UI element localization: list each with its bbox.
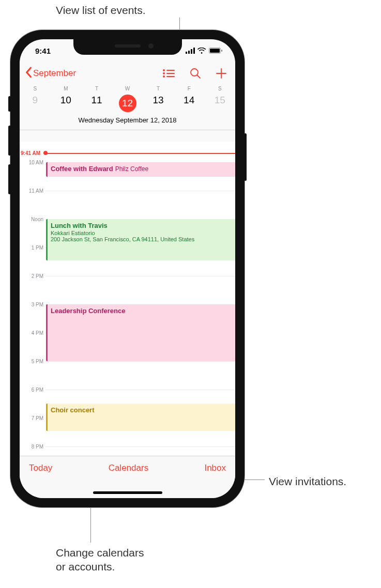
hour-label: 3 PM [32,302,43,307]
callout-inbox-text: View invitations. [269,474,346,488]
hour-label: 5 PM [32,359,43,364]
hour-line [45,191,235,191]
day-cell[interactable]: 15 [204,91,235,114]
home-indicator[interactable] [93,491,162,494]
day-cell[interactable]: 9 [20,91,51,114]
inbox-button[interactable]: Inbox [204,463,226,473]
svg-point-11 [163,75,165,78]
dow-label: T [81,85,112,91]
day-number: 15 [215,95,225,105]
svg-rect-3 [193,48,195,54]
svg-point-9 [163,72,165,74]
hour-label: 10 AM [29,160,43,165]
day-number: 14 [184,95,194,105]
event-title: Leadership Conference [51,307,126,315]
hour-gutter: 10 AM11 AMNoon1 PM2 PM3 PM4 PM5 PM6 PM7 … [20,142,45,456]
volume-up-button [8,126,11,156]
day-number: 11 [91,95,102,105]
svg-rect-8 [166,70,175,71]
calendars-button[interactable]: Calendars [109,463,149,473]
day-number: 10 [60,95,71,105]
event-title: Coffee with Edward [51,165,113,173]
week-days-row: 9 10 11 12 13 14 15 [20,91,235,114]
svg-rect-2 [191,49,192,54]
svg-rect-12 [166,76,175,77]
hour-label: Noon [31,216,43,222]
now-line [45,153,235,154]
event-address: 200 Jackson St, San Francisco, CA 94111,… [51,236,232,242]
list-icon [163,69,175,78]
hour-label: 4 PM [32,330,43,336]
hour-line [45,276,235,276]
calendar-event[interactable]: Leadership Conference [46,304,235,361]
day-cell[interactable]: 13 [143,91,174,114]
callout-list-text: View list of events. [56,3,146,17]
svg-rect-5 [210,49,220,53]
hour-label: 7 PM [32,415,43,421]
day-timeline[interactable]: 10 AM11 AMNoon1 PM2 PM3 PM4 PM5 PM6 PM7 … [20,142,235,456]
date-label: Wednesday September 12, 2018 [20,114,235,128]
svg-rect-0 [186,52,187,54]
hour-line [45,361,235,362]
hour-label: 1 PM [32,245,43,251]
calendar-event[interactable]: Lunch with TravisKokkari Estiatorio200 J… [46,219,235,260]
dow-label: T [143,85,174,91]
hour-label: 6 PM [32,387,43,393]
event-location: Philz Coffee [115,165,148,173]
day-cell[interactable]: 10 [51,91,82,114]
svg-rect-6 [221,50,222,52]
week-strip: S M T W T F S 9 10 11 12 13 14 15 Wednes… [20,85,235,130]
callout-calendars-text: Change calendars or accounts. [56,546,144,574]
now-time-label: 9:41 AM [21,150,40,156]
dow-label: F [174,85,205,91]
search-button[interactable] [190,68,201,79]
wifi-icon [197,47,206,55]
event-title: Choir concert [51,406,95,414]
hour-line [45,390,235,390]
bottom-toolbar: Today Calendars Inbox [20,456,235,498]
day-number: 13 [153,95,164,105]
search-icon [190,68,201,79]
today-button[interactable]: Today [29,463,52,473]
chevron-left-icon [25,67,32,81]
mute-switch [8,96,11,112]
svg-point-7 [163,69,165,71]
hour-line [45,446,235,447]
dow-label: S [204,85,235,91]
hour-label: 8 PM [32,444,43,450]
plus-icon [216,68,227,79]
calendar-event[interactable]: Coffee with EdwardPhilz Coffee [46,162,235,177]
hour-label: 2 PM [32,273,43,279]
day-number: 9 [33,95,38,105]
now-dot [43,151,48,155]
battery-icon [209,47,223,55]
cellular-icon [186,47,195,55]
dow-label: W [112,85,143,91]
event-subtitle: Kokkari Estiatorio [51,230,232,236]
dow-label: S [20,85,51,91]
status-time: 9:41 [32,47,51,55]
volume-down-button [8,164,11,194]
svg-rect-1 [188,51,190,54]
phone-body: 9:41 September [10,30,245,507]
hour-label: 11 AM [29,188,43,194]
svg-line-14 [197,75,201,79]
screen: 9:41 September [20,39,235,498]
day-cell-selected[interactable]: 12 [112,91,143,114]
back-button[interactable]: September [25,67,76,81]
day-cell[interactable]: 11 [81,91,112,114]
svg-rect-10 [166,73,175,74]
add-event-button[interactable] [216,68,227,79]
dow-label: M [51,85,82,91]
nav-bar: September [20,62,235,85]
day-cell[interactable]: 14 [174,91,205,114]
back-label: September [33,68,76,79]
list-view-button[interactable] [163,69,175,78]
calendar-event[interactable]: Choir concert [46,404,235,431]
event-title: Lunch with Travis [51,222,108,229]
notch [73,39,182,55]
power-button [244,133,247,181]
week-dow-row: S M T W T F S [20,85,235,91]
day-number: 12 [119,95,136,112]
